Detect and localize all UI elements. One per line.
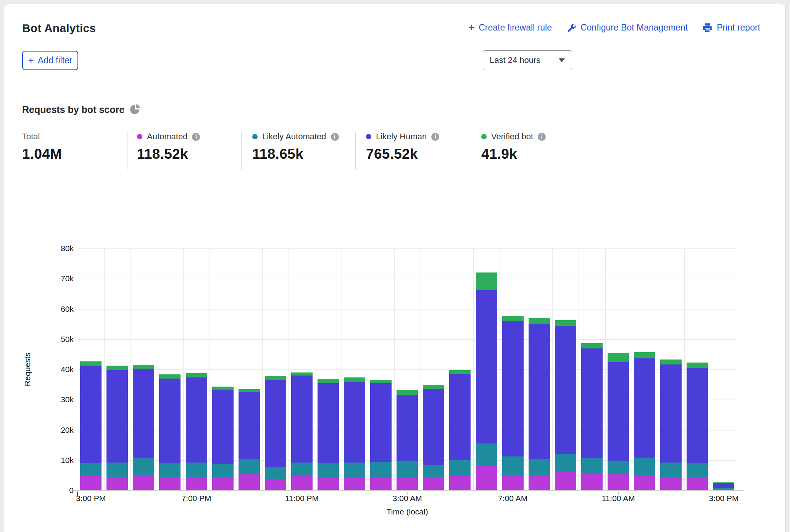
bar-segment-automated[interactable] bbox=[106, 477, 128, 490]
bar-segment-likely-automated[interactable] bbox=[449, 460, 471, 476]
bar-segment-verified-bot[interactable] bbox=[212, 387, 234, 390]
bar-segment-likely-human[interactable] bbox=[608, 362, 629, 461]
bar-segment-verified-bot[interactable] bbox=[660, 360, 682, 364]
bar-segment-likely-human[interactable] bbox=[370, 383, 392, 462]
bar-segment-likely-automated[interactable] bbox=[555, 454, 576, 472]
create-firewall-rule-link[interactable]: + Create firewall rule bbox=[468, 23, 552, 33]
bar-segment-likely-human[interactable] bbox=[239, 392, 260, 459]
bar-segment-verified-bot[interactable] bbox=[318, 379, 339, 383]
bar-segment-verified-bot[interactable] bbox=[502, 316, 524, 321]
bar-segment-likely-automated[interactable] bbox=[423, 465, 444, 477]
bar-segment-automated[interactable] bbox=[133, 475, 154, 490]
bar-segment-verified-bot[interactable] bbox=[713, 482, 734, 483]
bar-segment-likely-human[interactable] bbox=[713, 483, 734, 488]
bar-segment-likely-human[interactable] bbox=[212, 390, 234, 464]
bar-segment-verified-bot[interactable] bbox=[687, 363, 708, 368]
bar-segment-verified-bot[interactable] bbox=[106, 366, 128, 370]
configure-bot-management-link[interactable]: Configure Bot Management bbox=[566, 23, 688, 33]
bar-segment-verified-bot[interactable] bbox=[397, 390, 418, 395]
bar-segment-likely-automated[interactable] bbox=[581, 458, 603, 473]
bar-segment-automated[interactable] bbox=[212, 477, 234, 490]
bar-segment-likely-human[interactable] bbox=[265, 380, 286, 467]
bar-segment-likely-human[interactable] bbox=[318, 383, 339, 463]
print-report-link[interactable]: Print report bbox=[702, 23, 760, 33]
bar-segment-likely-human[interactable] bbox=[106, 370, 128, 463]
bar-segment-likely-automated[interactable] bbox=[687, 463, 708, 476]
bar-segment-verified-bot[interactable] bbox=[291, 372, 313, 376]
bar-segment-likely-automated[interactable] bbox=[318, 463, 339, 478]
bar-segment-verified-bot[interactable] bbox=[344, 377, 365, 382]
bar-segment-likely-automated[interactable] bbox=[529, 459, 550, 476]
bar-segment-automated[interactable] bbox=[502, 475, 524, 490]
bar-segment-automated[interactable] bbox=[318, 478, 339, 490]
bar-segment-likely-human[interactable] bbox=[344, 382, 365, 463]
bar-segment-likely-human[interactable] bbox=[476, 290, 497, 443]
bar-segment-verified-bot[interactable] bbox=[265, 376, 286, 380]
bar-segment-likely-automated[interactable] bbox=[502, 456, 524, 475]
bar-segment-likely-automated[interactable] bbox=[608, 461, 629, 474]
bar-segment-automated[interactable] bbox=[159, 477, 181, 490]
bar-segment-likely-human[interactable] bbox=[660, 364, 682, 463]
bar-segment-likely-automated[interactable] bbox=[397, 461, 418, 477]
bar-segment-verified-bot[interactable] bbox=[80, 361, 102, 365]
info-icon[interactable]: i bbox=[431, 133, 439, 141]
bar-segment-verified-bot[interactable] bbox=[449, 370, 471, 374]
bar-segment-likely-automated[interactable] bbox=[476, 443, 497, 466]
bar-segment-verified-bot[interactable] bbox=[555, 320, 576, 326]
bar-segment-likely-automated[interactable] bbox=[80, 463, 102, 476]
bar-segment-likely-human[interactable] bbox=[555, 326, 576, 454]
bar-segment-likely-automated[interactable] bbox=[370, 462, 392, 479]
bar-segment-automated[interactable] bbox=[713, 489, 734, 490]
bar-segment-likely-human[interactable] bbox=[397, 395, 418, 461]
bar-segment-automated[interactable] bbox=[449, 476, 471, 490]
bar-segment-verified-bot[interactable] bbox=[370, 380, 392, 383]
bar-segment-likely-human[interactable] bbox=[291, 376, 313, 463]
bar-segment-likely-automated[interactable] bbox=[212, 464, 234, 477]
bar-segment-likely-automated[interactable] bbox=[660, 463, 682, 477]
bar-segment-verified-bot[interactable] bbox=[159, 374, 181, 379]
bar-segment-automated[interactable] bbox=[608, 474, 629, 490]
bar-segment-likely-automated[interactable] bbox=[159, 463, 181, 477]
bar-segment-likely-human[interactable] bbox=[634, 358, 655, 458]
time-range-select[interactable]: Last 24 hours bbox=[483, 50, 572, 70]
info-icon[interactable]: i bbox=[538, 133, 546, 141]
bar-segment-automated[interactable] bbox=[581, 474, 603, 490]
bar-segment-likely-human[interactable] bbox=[159, 379, 181, 464]
bar-segment-likely-automated[interactable] bbox=[291, 463, 313, 476]
bar-segment-likely-automated[interactable] bbox=[713, 488, 734, 489]
bar-segment-likely-human[interactable] bbox=[80, 366, 102, 463]
info-icon[interactable]: i bbox=[331, 133, 339, 141]
bar-segment-verified-bot[interactable] bbox=[133, 365, 154, 369]
bar-segment-likely-human[interactable] bbox=[449, 374, 471, 460]
bar-segment-automated[interactable] bbox=[529, 475, 550, 490]
bar-segment-verified-bot[interactable] bbox=[634, 352, 655, 358]
bar-segment-likely-human[interactable] bbox=[423, 389, 444, 465]
bar-segment-likely-automated[interactable] bbox=[239, 459, 260, 474]
bar-segment-verified-bot[interactable] bbox=[423, 385, 444, 389]
bar-segment-automated[interactable] bbox=[397, 478, 418, 490]
bar-segment-verified-bot[interactable] bbox=[529, 318, 550, 324]
bar-segment-automated[interactable] bbox=[265, 479, 286, 490]
bar-segment-verified-bot[interactable] bbox=[239, 389, 260, 393]
bar-segment-likely-human[interactable] bbox=[529, 324, 550, 459]
bar-segment-likely-automated[interactable] bbox=[186, 463, 207, 476]
add-filter-button[interactable]: + Add filter bbox=[22, 51, 78, 70]
bar-segment-automated[interactable] bbox=[634, 475, 655, 490]
bar-segment-automated[interactable] bbox=[423, 477, 444, 490]
bar-segment-likely-automated[interactable] bbox=[133, 458, 154, 475]
bar-segment-verified-bot[interactable] bbox=[186, 373, 207, 377]
bar-segment-likely-automated[interactable] bbox=[265, 467, 286, 479]
bar-segment-automated[interactable] bbox=[370, 478, 392, 490]
bar-segment-likely-human[interactable] bbox=[502, 321, 524, 456]
bar-segment-likely-automated[interactable] bbox=[344, 463, 365, 478]
bar-segment-automated[interactable] bbox=[555, 472, 576, 490]
bar-segment-verified-bot[interactable] bbox=[476, 272, 497, 290]
bar-segment-verified-bot[interactable] bbox=[581, 343, 603, 348]
bar-segment-automated[interactable] bbox=[80, 476, 102, 490]
bar-segment-likely-human[interactable] bbox=[133, 369, 154, 458]
bar-segment-likely-human[interactable] bbox=[186, 377, 207, 463]
bar-segment-automated[interactable] bbox=[186, 477, 207, 490]
bar-segment-likely-automated[interactable] bbox=[634, 458, 655, 475]
bar-segment-automated[interactable] bbox=[660, 477, 682, 490]
info-icon[interactable]: i bbox=[192, 133, 200, 141]
